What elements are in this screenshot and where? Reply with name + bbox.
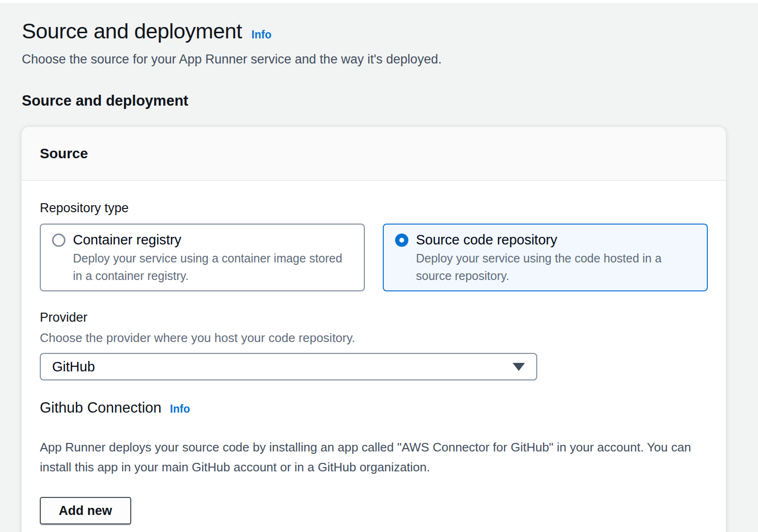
repository-type-tiles: Container registry Deploy your service u… [40, 224, 708, 291]
provider-field: Provider Choose the provider where you h… [40, 309, 708, 380]
github-connection-description: App Runner deploys your source code by i… [40, 437, 707, 477]
tile-source-code-repository[interactable]: Source code repository Deploy your servi… [383, 224, 708, 291]
source-panel-title: Source [40, 145, 708, 162]
provider-label: Provider [40, 309, 708, 325]
tile-source-code-repository-text: Source code repository Deploy your servi… [416, 230, 696, 285]
github-connection-heading: Github Connection [40, 398, 162, 417]
page-title: Source and deployment [22, 19, 242, 44]
github-connection-header: Github Connection Info [40, 398, 708, 417]
source-panel-header: Source [22, 127, 726, 181]
tile-source-code-repository-label: Source code repository [416, 230, 696, 249]
tile-container-registry-text: Container registry Deploy your service u… [73, 230, 353, 285]
page-title-info-link[interactable]: Info [252, 28, 271, 41]
tile-container-registry-description: Deploy your service using a container im… [73, 250, 353, 285]
provider-select-value: GitHub [52, 359, 95, 375]
page-subtitle: Choose the source for your App Runner se… [22, 51, 736, 67]
tile-container-registry[interactable]: Container registry Deploy your service u… [40, 224, 365, 291]
source-panel-body: Repository type Container registry Deplo… [22, 181, 726, 532]
provider-select[interactable]: GitHub [40, 353, 537, 380]
source-and-deployment-page: Source and deployment Info Choose the so… [0, 3, 758, 532]
add-new-button[interactable]: Add new [40, 497, 131, 524]
page-header: Source and deployment Info [22, 19, 736, 44]
tile-container-registry-label: Container registry [73, 230, 353, 249]
radio-unselected-icon[interactable] [52, 234, 65, 247]
github-connection-info-link[interactable]: Info [170, 403, 190, 415]
chevron-down-icon [513, 363, 525, 371]
provider-description: Choose the provider where you host your … [40, 329, 708, 346]
source-panel: Source Repository type Container registr… [22, 127, 726, 532]
repository-type-label: Repository type [40, 200, 708, 216]
tile-source-code-repository-description: Deploy your service using the code hoste… [416, 250, 696, 285]
section-heading: Source and deployment [22, 92, 736, 110]
radio-selected-icon[interactable] [395, 234, 408, 247]
